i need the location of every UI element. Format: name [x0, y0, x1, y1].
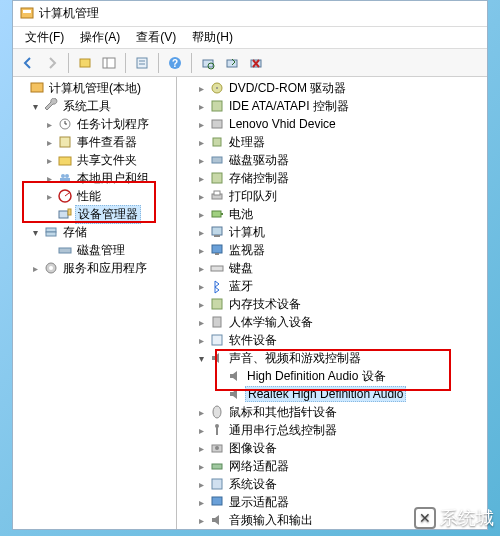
expand-icon[interactable] [43, 172, 55, 184]
help-button[interactable]: ? [164, 52, 186, 74]
expand-icon[interactable] [195, 334, 207, 346]
device-cat-7[interactable]: 电池 [177, 205, 487, 223]
menu-view[interactable]: 查看(V) [128, 27, 184, 48]
tree-label: 软件设备 [227, 332, 279, 349]
device-cat-5[interactable]: 存储控制器 [177, 169, 487, 187]
expand-icon[interactable] [195, 460, 207, 472]
watermark-text: 系统城 [440, 506, 494, 530]
expand-icon[interactable] [195, 100, 207, 112]
properties-button[interactable] [131, 52, 153, 74]
expand-icon[interactable] [195, 352, 207, 364]
show-hide-button[interactable] [98, 52, 120, 74]
tree-label: Realtek High Definition Audio [245, 386, 406, 402]
expand-icon[interactable] [195, 244, 207, 256]
device-cat-11[interactable]: 蓝牙 [177, 277, 487, 295]
svg-rect-39 [212, 157, 222, 163]
tree-services-apps[interactable]: 服务和应用程序 [13, 259, 176, 277]
monitor-icon [209, 242, 225, 258]
device-tree-pane[interactable]: DVD/CD-ROM 驱动器IDE ATA/ATAPI 控制器Lenovo Vh… [177, 77, 487, 529]
menu-action[interactable]: 操作(A) [72, 27, 128, 48]
expand-icon[interactable] [195, 190, 207, 202]
expand-icon[interactable] [195, 226, 207, 238]
expand-icon[interactable] [195, 514, 207, 526]
expand-icon[interactable] [29, 100, 41, 112]
device-cat-8[interactable]: 计算机 [177, 223, 487, 241]
forward-button[interactable] [41, 52, 63, 74]
tree-label: 处理器 [227, 134, 267, 151]
tree-disk-mgmt[interactable]: 磁盘管理 [13, 241, 176, 259]
expand-icon[interactable] [195, 442, 207, 454]
expand-icon[interactable] [195, 406, 207, 418]
svg-point-35 [216, 87, 218, 89]
device-cat-4[interactable]: 磁盘驱动器 [177, 151, 487, 169]
expand-icon[interactable] [195, 280, 207, 292]
tree-label: IDE ATA/ATAPI 控制器 [227, 98, 351, 115]
tree-label: 图像设备 [227, 440, 279, 457]
update-driver-icon[interactable] [221, 52, 243, 74]
tree-device-manager[interactable]: 设备管理器 [13, 205, 176, 223]
svg-rect-24 [60, 178, 70, 183]
tree-event-viewer[interactable]: 事件查看器 [13, 133, 176, 151]
expand-icon[interactable] [43, 190, 55, 202]
device-sound-0[interactable]: High Definition Audio 设备 [177, 367, 487, 385]
app-icon [19, 6, 35, 22]
expand-icon[interactable] [195, 208, 207, 220]
expand-icon[interactable] [195, 118, 207, 130]
device-cat-after-3[interactable]: 网络适配器 [177, 457, 487, 475]
expand-icon[interactable] [195, 82, 207, 94]
tree-root[interactable]: 计算机管理(本地) [13, 79, 176, 97]
camera-icon [209, 440, 225, 456]
tree-shared-folders[interactable]: 共享文件夹 [13, 151, 176, 169]
device-cat-after-4[interactable]: 系统设备 [177, 475, 487, 493]
device-cat-9[interactable]: 监视器 [177, 241, 487, 259]
device-cat-3[interactable]: 处理器 [177, 133, 487, 151]
menu-help[interactable]: 帮助(H) [184, 27, 241, 48]
device-cat-2[interactable]: Lenovo Vhid Device [177, 115, 487, 133]
tree-label: 鼠标和其他指针设备 [227, 404, 339, 421]
expand-icon[interactable] [195, 424, 207, 436]
expand-icon[interactable] [43, 154, 55, 166]
device-cat-sound[interactable]: 声音、视频和游戏控制器 [177, 349, 487, 367]
device-cat-6[interactable]: 打印队列 [177, 187, 487, 205]
tree-label: DVD/CD-ROM 驱动器 [227, 80, 348, 97]
expand-icon[interactable] [29, 226, 41, 238]
back-button[interactable] [17, 52, 39, 74]
up-button[interactable] [74, 52, 96, 74]
device-cat-0[interactable]: DVD/CD-ROM 驱动器 [177, 79, 487, 97]
device-cat-after-2[interactable]: 图像设备 [177, 439, 487, 457]
menubar: 文件(F) 操作(A) 查看(V) 帮助(H) [13, 27, 487, 49]
device-cat-12[interactable]: 内存技术设备 [177, 295, 487, 313]
chip-icon [209, 98, 225, 114]
left-tree-pane[interactable]: 计算机管理(本地) 系统工具 任务计划程序 事件查看器 共享文件夹 [13, 77, 177, 529]
menu-file[interactable]: 文件(F) [17, 27, 72, 48]
device-cat-14[interactable]: 软件设备 [177, 331, 487, 349]
device-cat-10[interactable]: 键盘 [177, 259, 487, 277]
expand-icon[interactable] [195, 136, 207, 148]
tree-system-tools[interactable]: 系统工具 [13, 97, 176, 115]
expand-icon[interactable] [195, 262, 207, 274]
tree-task-scheduler[interactable]: 任务计划程序 [13, 115, 176, 133]
expand-icon[interactable] [43, 118, 55, 130]
expand-icon[interactable] [195, 298, 207, 310]
tree-label: 系统工具 [61, 98, 113, 115]
expand-icon[interactable] [195, 154, 207, 166]
expand-icon[interactable] [29, 262, 41, 274]
computer-mgmt-icon [29, 80, 45, 96]
expand-icon[interactable] [43, 136, 55, 148]
uninstall-icon[interactable] [245, 52, 267, 74]
tree-local-users[interactable]: 本地用户和组 [13, 169, 176, 187]
expand-icon[interactable] [195, 478, 207, 490]
device-cat-13[interactable]: 人体学输入设备 [177, 313, 487, 331]
scan-hardware-icon[interactable] [197, 52, 219, 74]
expand-icon[interactable] [195, 172, 207, 184]
device-cat-after-1[interactable]: 通用串行总线控制器 [177, 421, 487, 439]
expand-icon[interactable] [195, 316, 207, 328]
tree-performance[interactable]: 性能 [13, 187, 176, 205]
device-cat-1[interactable]: IDE ATA/ATAPI 控制器 [177, 97, 487, 115]
watermark-icon: ✕ [414, 507, 436, 529]
body: 计算机管理(本地) 系统工具 任务计划程序 事件查看器 共享文件夹 [13, 77, 487, 529]
expand-icon[interactable] [195, 496, 207, 508]
device-sound-1[interactable]: Realtek High Definition Audio [177, 385, 487, 403]
tree-storage[interactable]: 存储 [13, 223, 176, 241]
device-cat-after-0[interactable]: 鼠标和其他指针设备 [177, 403, 487, 421]
